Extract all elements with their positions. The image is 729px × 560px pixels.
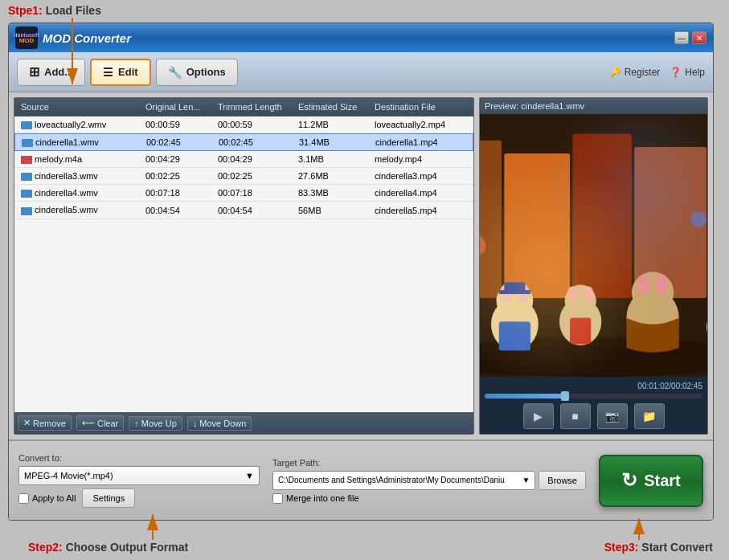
add-button[interactable]: ⊞ Add... [17,59,85,86]
svg-rect-2 [504,153,570,298]
wrench-icon: 🔧 [168,66,182,79]
clear-button[interactable]: ⟵ Clear [76,415,124,431]
cell-source: melody.m4a [18,153,142,166]
svg-point-28 [480,235,485,255]
play-button[interactable]: ▶ [523,403,554,429]
minimize-button[interactable]: — [674,31,689,44]
browse-button[interactable]: Browse [539,471,586,490]
move-down-button[interactable]: ↓ Move Down [187,416,252,431]
key-icon: 🔑 [609,67,621,78]
path-display: C:\Documents and Settings\Administrator\… [272,471,535,490]
format-dropdown[interactable]: MPEG-4 Movie(*.mp4) ▼ [18,466,260,485]
cell-size: 11.2MB [295,118,371,131]
apply-all-label: Apply to All [32,493,76,503]
table-row[interactable]: cinderella5.wmv 00:04:54 00:04:54 56MB c… [14,202,473,219]
cell-trim: 00:04:29 [215,153,295,166]
svg-rect-11 [504,282,525,292]
file-type-icon [21,190,32,198]
svg-rect-1 [480,141,502,298]
cell-size: 56MB [295,204,371,217]
title-bar: daniusoft MOD MOD Converter — ✕ [9,23,713,52]
svg-rect-4 [634,147,706,298]
options-button[interactable]: 🔧 Options [156,59,238,86]
edit-label: Edit [118,66,138,78]
preview-panel: Preview: cinderella1.wmv [479,97,708,435]
step2-annotation: Step2: Choose Output Format [28,541,188,554]
file-table-body: loveactually2.wmv 00:00:59 00:00:59 11.2… [14,116,473,412]
cell-dest: melody.mp4 [371,153,470,166]
cell-dest: cinderella5.mp4 [371,204,470,217]
step1-text: Load Files [46,4,101,17]
cell-source: cinderella5.wmv [18,203,142,216]
remove-button[interactable]: ✕ Remove [18,415,72,431]
preview-title: Preview: cinderella1.wmv [480,98,707,114]
progress-thumb [561,391,569,401]
file-type-icon [21,173,32,181]
progress-bar[interactable] [485,394,702,399]
register-link[interactable]: 🔑 Register [609,67,661,78]
cell-size: 3.1MB [295,153,371,166]
cell-orig: 00:04:54 [142,204,215,217]
cell-source: cinderella1.wmv [18,136,143,149]
stop-button[interactable]: ■ [560,403,591,429]
svg-point-15 [565,285,596,317]
header-dest: Destination File [371,100,470,113]
cell-trim: 00:02:45 [215,136,296,149]
cell-orig: 00:02:45 [143,136,215,149]
target-label: Target Path: [272,458,586,468]
step1-num: Stpe1: [8,4,43,17]
table-row[interactable]: loveactually2.wmv 00:00:59 00:00:59 11.2… [14,116,473,133]
settings-button[interactable]: Settings [82,488,135,508]
cell-orig: 00:07:18 [142,186,215,199]
folder-button[interactable]: 📁 [634,403,665,429]
app-logo: daniusoft MOD [15,27,38,49]
table-row[interactable]: cinderella1.wmv 00:02:45 00:02:45 31.4MB… [14,133,473,151]
progress-fill [485,394,565,399]
add-icon: ⊞ [29,64,39,80]
start-button[interactable]: ↻ Start [599,455,703,507]
merge-label: Merge into one file [286,493,359,503]
snapshot-button[interactable]: 📷 [597,403,628,429]
table-row[interactable]: melody.m4a 00:04:29 00:04:29 3.1MB melod… [14,151,473,168]
convert-label: Convert to: [18,453,260,463]
file-type-icon [21,121,32,129]
move-up-button[interactable]: ↑ Move Up [129,416,182,431]
cell-trim: 00:02:25 [215,170,295,182]
svg-rect-0 [480,114,707,377]
merge-option[interactable]: Merge into one file [272,493,586,504]
file-table-header: Source Original Len... Trimmed Length Es… [14,98,473,116]
playback-buttons: ▶ ■ 📷 📁 [485,403,702,429]
header-size: Estimated Size [295,100,371,113]
apply-all-checkbox[interactable] [18,493,29,504]
svg-rect-13 [499,321,530,350]
svg-point-7 [491,298,539,350]
bottom-bar: Convert to: MPEG-4 Movie(*.mp4) ▼ Apply … [9,439,713,520]
dropdown-arrow-icon: ▼ [245,471,254,480]
header-trim: Trimmed Length [215,100,295,113]
remove-icon: ✕ [23,418,31,428]
merge-checkbox[interactable] [272,493,283,504]
start-label: Start [644,472,681,490]
apply-all-option[interactable]: Apply to All [18,493,76,504]
cell-trim: 00:00:59 [215,118,295,131]
close-button[interactable]: ✕ [692,31,706,44]
format-value: MPEG-4 Movie(*.mp4) [24,471,113,480]
table-row[interactable]: cinderella4.wmv 00:07:18 00:07:18 83.3MB… [14,185,473,202]
svg-point-14 [559,298,601,345]
move-down-icon: ↓ [193,419,198,428]
table-row[interactable]: cinderella3.wmv 00:02:25 00:02:25 27.6MB… [14,168,473,185]
refresh-icon: ↻ [621,469,637,492]
file-type-icon [21,156,32,164]
help-link[interactable]: ❓ Help [670,67,705,78]
file-panel: Source Original Len... Trimmed Length Es… [14,97,474,435]
cell-source: cinderella3.wmv [18,170,142,182]
svg-point-20 [632,272,674,313]
time-display: 00:01:02/00:02:45 [485,382,702,390]
move-up-icon: ↑ [134,419,139,428]
cell-dest: cinderella3.mp4 [371,170,470,182]
edit-button[interactable]: ☰ Edit [90,59,151,86]
header-source: Source [18,100,142,113]
add-label: Add... [44,66,73,78]
path-dropdown-arrow-icon: ▼ [522,476,530,484]
step2-num: Step2: [28,541,63,554]
